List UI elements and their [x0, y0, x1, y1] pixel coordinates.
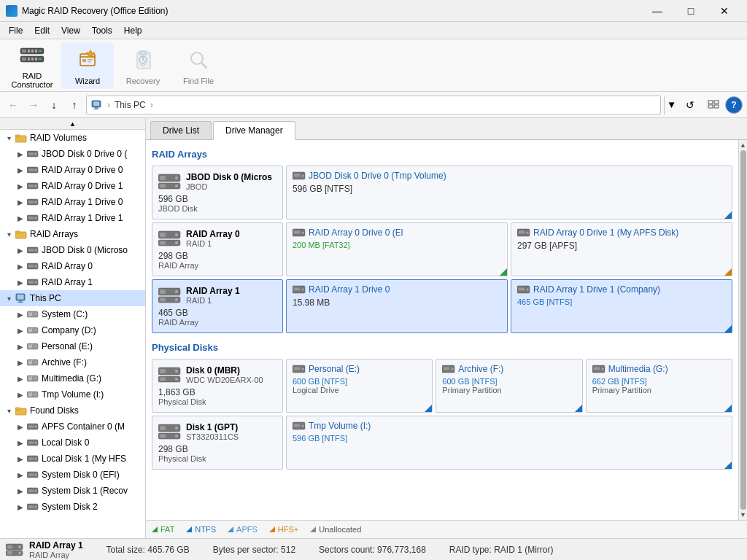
address-dropdown-button[interactable]: ▼: [664, 96, 678, 114]
raid0-drive0-label: RAID Array 0 Drive 0: [42, 165, 123, 175]
svg-point-98: [35, 489, 37, 491]
sidebar-item-system-disk-2[interactable]: ▶ System Disk 2: [0, 499, 145, 515]
sidebar-item-found-disks[interactable]: ▾ Found Disks: [0, 402, 145, 419]
toggle-d[interactable]: ▶: [15, 324, 26, 336]
toggle-ra1[interactable]: ▶: [15, 276, 26, 288]
sidebar-item-raid1-drive1[interactable]: ▶ RAID Array 1 Drive 1: [0, 210, 145, 226]
svg-rect-16: [88, 61, 91, 63]
disk0-part2-box[interactable]: Multimedia (G:) 662 GB [NTFS] Primary Pa…: [586, 359, 732, 413]
sidebar-item-raid-volumes[interactable]: ▾ RAID Volumes: [0, 130, 145, 146]
sidebar-item-raid1-drive0[interactable]: ▶ RAID Array 1 Drive 0: [0, 194, 145, 210]
sidebar-item-system-disk-0[interactable]: ▶ System Disk 0 (EFI): [0, 467, 145, 483]
toggle-r0d1[interactable]: ▶: [15, 180, 26, 192]
maximize-button[interactable]: □: [674, 0, 708, 22]
raid1-array-box[interactable]: RAID Array 1 RAID 1 465 GB RAID Array: [152, 279, 283, 333]
sidebar-item-apfs-container[interactable]: ▶ APFS Container 0 (M: [0, 419, 145, 435]
toggle-e[interactable]: ▶: [15, 341, 26, 352]
sidebar-item-multimedia-g[interactable]: ▶ Multimedia (G:): [0, 370, 145, 386]
menu-view[interactable]: View: [55, 24, 86, 37]
menu-file[interactable]: File: [3, 24, 28, 37]
toggle-ld0[interactable]: ▶: [15, 437, 26, 448]
toggle-apfs[interactable]: ▶: [15, 421, 26, 432]
hdd-icon-sd0: [26, 470, 39, 480]
raid1-drive1-box[interactable]: RAID Array 1 Drive 1 (Company) 465 GB [N…: [511, 279, 732, 333]
sidebar-item-raid0-drive1[interactable]: ▶ RAID Array 0 Drive 1: [0, 178, 145, 194]
raid-constructor-button[interactable]: RAID Constructor: [6, 42, 58, 89]
menu-help[interactable]: Help: [118, 24, 148, 37]
sidebar-item-this-pc[interactable]: ▾ This PC: [0, 290, 145, 306]
disk0-box[interactable]: Disk 0 (MBR) WDC WD20EARX-00 1,863 GB Ph…: [152, 359, 283, 413]
tab-drive-manager[interactable]: Drive Manager: [213, 121, 295, 140]
nav-dropdown-button[interactable]: ↓: [45, 96, 63, 114]
toggle-this-pc[interactable]: ▾: [3, 292, 15, 304]
svg-rect-27: [95, 107, 98, 109]
toggle-raid-arrays[interactable]: ▾: [3, 228, 15, 240]
svg-rect-60: [28, 281, 34, 283]
toggle-jbod-d0[interactable]: ▶: [15, 148, 26, 160]
scroll-up-arrow[interactable]: ▲: [740, 141, 746, 149]
hdd-icon-ra0: [26, 261, 39, 271]
help-button[interactable]: ?: [725, 96, 743, 114]
toggle-ld1[interactable]: ▶: [15, 453, 26, 464]
status-left: RAID Array 1 RAID Array: [6, 540, 83, 559]
toggle-i[interactable]: ▶: [15, 389, 26, 400]
jbod-drive0-box[interactable]: JBOD Disk 0 Drive 0 (Tmp Volume) 596 GB …: [286, 166, 732, 219]
sidebar-item-jbod-array[interactable]: ▶ JBOD Disk 0 (Microso: [0, 242, 145, 258]
sidebar-item-system-disk-1[interactable]: ▶ System Disk 1 (Recov: [0, 483, 145, 499]
close-button[interactable]: ✕: [708, 0, 741, 22]
toggle-g[interactable]: ▶: [15, 373, 26, 384]
disk0-part0-name: Personal (E:): [309, 364, 360, 374]
toggle-c[interactable]: ▶: [15, 308, 26, 320]
jbod-array-box[interactable]: JBOD Disk 0 (Micros JBOD 596 GB JBOD Dis…: [152, 166, 283, 219]
recovery-button[interactable]: Recovery: [117, 42, 169, 89]
nav-up-button[interactable]: ↑: [66, 96, 83, 114]
svg-rect-51: [15, 231, 20, 233]
disk0-part0-box[interactable]: Personal (E:) 600 GB [NTFS] Logical Driv…: [286, 359, 433, 413]
toggle-jbod-arr[interactable]: ▶: [15, 244, 26, 256]
sidebar-item-system-c[interactable]: ▶ System (C:): [0, 306, 145, 322]
toggle-f[interactable]: ▶: [15, 357, 26, 368]
find-file-button[interactable]: Find File: [172, 42, 225, 89]
sidebar-item-raid-array-1[interactable]: ▶ RAID Array 1: [0, 274, 145, 290]
raid1-drive0-name: RAID Array 1 Drive 0: [309, 284, 390, 295]
sidebar-item-raid-array-0[interactable]: ▶ RAID Array 0: [0, 258, 145, 274]
raid0-drive0-box[interactable]: RAID Array 0 Drive 0 (El 200 MB [FAT32]: [286, 222, 508, 276]
sidebar-item-local-disk-1[interactable]: ▶ Local Disk 1 (My HFS: [0, 451, 145, 467]
nav-forward-button[interactable]: →: [25, 96, 42, 114]
toggle-r0d0[interactable]: ▶: [15, 164, 26, 176]
sidebar-item-archive-f[interactable]: ▶ Archive (F:): [0, 354, 145, 370]
toggle-found-disks[interactable]: ▾: [3, 405, 15, 416]
sidebar-item-tmp-i[interactable]: ▶ Tmp Volume (I:): [0, 386, 145, 402]
wizard-button[interactable]: Wizard: [61, 42, 114, 89]
scroll-thumb[interactable]: [740, 150, 746, 510]
disk0-part1-box[interactable]: Archive (F:) 600 GB [NTFS] Primary Parti…: [436, 359, 582, 413]
sidebar-item-jbod-drive0[interactable]: ▶ JBOD Disk 0 Drive 0 (: [0, 146, 145, 162]
toggle-sd1[interactable]: ▶: [15, 485, 26, 497]
toggle-sd2[interactable]: ▶: [15, 501, 26, 513]
raid0-array-box[interactable]: RAID Array 0 RAID 1 298 GB RAID Array: [152, 222, 283, 276]
toggle-ra0[interactable]: ▶: [15, 260, 26, 272]
nav-back-button[interactable]: ←: [4, 96, 22, 114]
menu-tools[interactable]: Tools: [86, 24, 118, 37]
sidebar-item-raid0-drive0[interactable]: ▶ RAID Array 0 Drive 0: [0, 162, 145, 178]
toggle-sd0[interactable]: ▶: [15, 469, 26, 481]
raid0-drive1-box[interactable]: RAID Array 0 Drive 1 (My APFS Disk) 297 …: [511, 222, 732, 276]
menu-edit[interactable]: Edit: [28, 24, 55, 37]
tab-drive-list[interactable]: Drive List: [150, 121, 212, 139]
disk1-box[interactable]: Disk 1 (GPT) ST3320311CS 298 GB Physical…: [152, 416, 283, 470]
toggle-r1d0[interactable]: ▶: [15, 196, 26, 208]
sidebar-item-raid-arrays[interactable]: ▾ RAID Arrays: [0, 226, 145, 242]
sidebar-item-company-d[interactable]: ▶ Company (D:): [0, 322, 145, 338]
view-options-button[interactable]: [705, 96, 722, 114]
toggle-r1d1[interactable]: ▶: [15, 212, 26, 224]
sidebar-item-local-disk-0[interactable]: ▶ Local Disk 0: [0, 435, 145, 451]
disk1-part0-box[interactable]: Tmp Volume (I:) 596 GB [NTFS]: [286, 416, 732, 470]
scroll-down-arrow[interactable]: ▼: [740, 511, 746, 518]
minimize-button[interactable]: —: [640, 0, 674, 22]
svg-rect-63: [19, 300, 22, 302]
sidebar-scroll-up[interactable]: ▲: [0, 118, 145, 130]
toggle-raid-volumes[interactable]: ▾: [3, 132, 15, 144]
refresh-button[interactable]: ↺: [681, 96, 699, 114]
raid1-drive0-box[interactable]: RAID Array 1 Drive 0 15.98 MB: [286, 279, 508, 333]
sidebar-item-personal-e[interactable]: ▶ Personal (E:): [0, 338, 145, 354]
